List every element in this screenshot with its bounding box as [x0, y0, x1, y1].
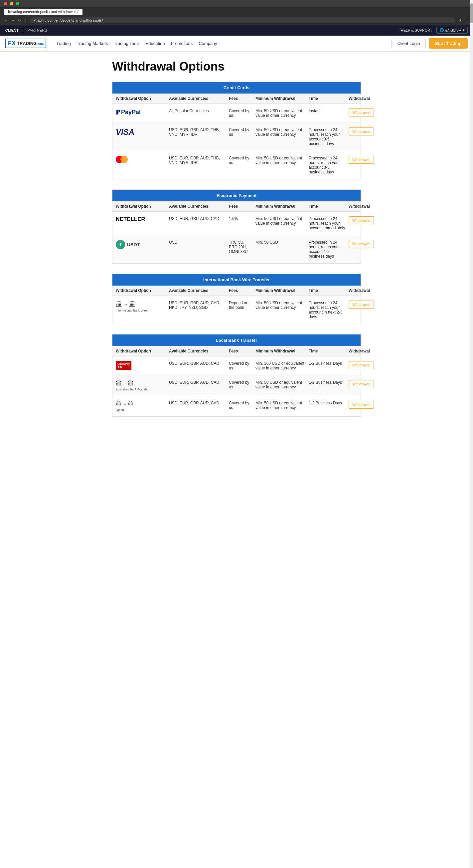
aus-bank-label: Australian Bank Transfer [116, 388, 149, 391]
paypal-icon: 𝐏 [116, 108, 120, 116]
neteller-currencies: USD, EUR, GBP, AUD, CAD [169, 216, 229, 221]
mastercard-logo [116, 156, 128, 163]
unionpay-minimum: Min. 160 USD or equivalent value in othe… [256, 361, 309, 370]
usdt-label: USDT [127, 242, 140, 247]
intl-bank-currencies: USD, EUR, GBP, AUD, CAD, HKD, JPY, NZD, … [169, 301, 229, 310]
col-min: Minimum Withdrawal [256, 96, 309, 101]
visa-time: Processed in 24 hours, reach your accoun… [309, 127, 348, 146]
minimize-btn[interactable] [10, 2, 13, 5]
logo-trading: TRADING.com [17, 41, 43, 46]
mc-currencies: USD, EUR, GBP, AUD, THB, VND, MYR, IDR [169, 156, 229, 165]
paypal-withdrawal-button[interactable]: Withdrawal [348, 108, 374, 117]
page-content: Withdrawal Options Credit Cards Withdraw… [107, 52, 366, 435]
nav-right: Client Login Start Trading [392, 38, 468, 49]
logo[interactable]: FX TRADING.com [5, 39, 46, 48]
close-btn[interactable] [4, 2, 7, 5]
neteller-logo-cell: NETELLER [116, 216, 169, 222]
col-withdrawal: Withdrawal [348, 96, 382, 101]
nav-promotions[interactable]: Promotions [171, 41, 193, 46]
help-link[interactable]: HELP & SUPPORT [401, 28, 432, 32]
mc-withdrawal-cell: Withdrawal [348, 156, 382, 164]
col-option: Withdrawal Option [116, 204, 169, 209]
maximize-btn[interactable] [16, 2, 19, 5]
usdt-fees: TRC 5U, ERC 20U, OMNI 33U [229, 240, 256, 254]
usdt-logo-cell: ₮ USDT [116, 240, 169, 249]
aus-bank-withdrawal-button[interactable]: Withdrawal [348, 380, 374, 388]
neteller-fees: 1.5% [229, 216, 256, 221]
intl-bank-logo-cell: 🏛 → 🏛 International Bank Wire [116, 301, 169, 312]
visa-withdrawal-button[interactable]: Withdrawal [348, 127, 374, 135]
col-time: Time [309, 349, 348, 353]
col-fees: Fees [229, 349, 256, 353]
nav-trading-tools[interactable]: Trading Tools [114, 41, 139, 46]
visa-currencies: USD, EUR, GBP, AUD, THB, VND, MYR, IDR [169, 127, 229, 137]
col-currencies: Available Currencies [169, 96, 229, 101]
browser-chrome [0, 0, 473, 7]
section-header-electronic: Electronic Payment [112, 190, 361, 202]
separator: | [23, 28, 24, 32]
url-input[interactable]: fxtrading.com/en/deposits-and-withdrawal… [30, 17, 455, 23]
usdt-circle-icon: ₮ [116, 240, 125, 249]
partners-link[interactable]: PARTNERS [28, 28, 47, 32]
japan-bank-time: 1-2 Business Days [309, 401, 348, 405]
intl-bank-withdrawal-button[interactable]: Withdrawal [348, 301, 374, 309]
forward-btn[interactable]: → [11, 18, 14, 22]
star-icon[interactable]: ★ [459, 18, 462, 23]
japan-bank-withdrawal-button[interactable]: Withdrawal [348, 401, 374, 409]
table-row: VISA USD, EUR, GBP, AUD, THB, VND, MYR, … [112, 123, 361, 151]
usdt-logo: ₮ USDT [116, 240, 140, 249]
visa-logo: VISA [116, 127, 134, 137]
neteller-withdrawal-button[interactable]: Withdrawal [348, 216, 374, 224]
mc-withdrawal-button[interactable]: Withdrawal [348, 156, 374, 164]
logo-fx: FX [8, 40, 15, 47]
unionpay-currencies: USD, EUR, GBP, AUD, CAD [169, 361, 229, 366]
start-trading-button[interactable]: Start Trading [429, 38, 468, 49]
table-row: ₮ USDT USD TRC 5U, ERC 20U, OMNI 33U Min… [112, 235, 361, 263]
mastercard-logo-cell [116, 156, 169, 163]
menu-icon[interactable]: ⋮ [465, 18, 469, 23]
visa-minimum: Min. 50 USD or equivalent value in other… [256, 127, 309, 137]
aus-bank-fees: Covered by us [229, 380, 256, 390]
language-label: ENGLISH [445, 28, 461, 32]
language-selector[interactable]: 🌐 ENGLISH ▾ [436, 27, 468, 34]
active-tab[interactable]: fxtrading.com/en/deposits-and-withdrawal… [4, 9, 82, 14]
back-btn[interactable]: ← [4, 18, 8, 22]
reload-btn[interactable]: ↻ [18, 18, 21, 23]
usdt-withdrawal-button[interactable]: Withdrawal [348, 240, 374, 248]
section-header-local-bank: Local Bank Transfer [112, 335, 361, 346]
intl-bank-fees: Depend on the bank [229, 301, 256, 310]
nav-company[interactable]: Company [199, 41, 217, 46]
home-btn[interactable]: ⌂ [24, 18, 27, 22]
client-link[interactable]: CLIENT [5, 28, 19, 32]
usdt-time: Processed in 24 hours, reach your accoun… [309, 240, 348, 258]
client-login-button[interactable]: Client Login [392, 39, 426, 48]
aus-bank-minimum: Min. 50 USD or equivalent value in other… [256, 380, 309, 390]
visa-withdrawal-cell: Withdrawal [348, 127, 382, 135]
intl-bank-time: Processed in 24 hours, reach your accoun… [309, 301, 348, 319]
tab-bar: fxtrading.com/en/deposits-and-withdrawal… [0, 7, 473, 16]
scrollbar-thumb[interactable] [470, 3, 473, 23]
paypal-logo-cell: 𝐏 PayPal [116, 108, 169, 116]
table-row: 𝐏 PayPal All Popular Currencies Covered … [112, 104, 361, 123]
nav-education[interactable]: Education [146, 41, 165, 46]
paypal-fees: Covered by us [229, 108, 256, 118]
col-option: Withdrawal Option [116, 288, 169, 293]
top-bar: CLIENT | PARTNERS HELP & SUPPORT 🌐 ENGLI… [0, 25, 473, 36]
col-fees: Fees [229, 288, 256, 293]
nav-trading[interactable]: Trading [56, 41, 71, 46]
mc-fees: Covered by us [229, 156, 256, 165]
table-row: 🏛 → 🏛 International Bank Wire USD, EUR, … [112, 296, 361, 324]
bank-building-icon: 🏛 [116, 301, 123, 308]
section-local-bank: Local Bank Transfer Withdrawal Option Av… [112, 334, 361, 417]
usdt-withdrawal-cell: Withdrawal [348, 240, 382, 248]
section-credit-cards: Credit Cards Withdrawal Option Available… [112, 82, 361, 179]
usdt-minimum: Min. 50 USD [256, 240, 309, 245]
bank-aus-icon2: 🏛 [128, 380, 134, 387]
scrollbar-track [470, 0, 473, 435]
col-time: Time [309, 96, 348, 101]
unionpay-logo: UnionPay 银联 [116, 361, 131, 370]
unionpay-withdrawal-cell: Withdrawal [348, 361, 382, 369]
nav-trading-markets[interactable]: Trading Markets [77, 41, 108, 46]
table-header-electronic: Withdrawal Option Available Currencies F… [112, 202, 361, 212]
unionpay-withdrawal-button[interactable]: Withdrawal [348, 361, 374, 369]
